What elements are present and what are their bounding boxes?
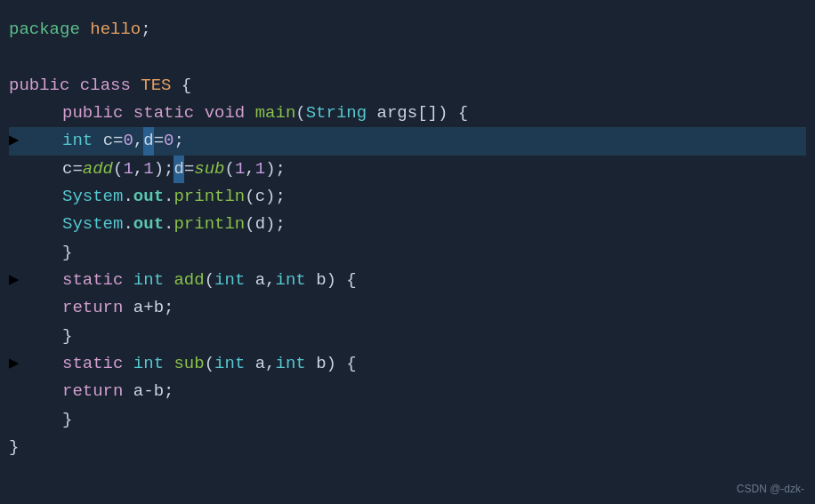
code-line-3: public class TES { xyxy=(9,72,806,100)
code-line-2 xyxy=(9,44,806,71)
code-line-15: } xyxy=(9,406,806,434)
code-line-5: ▶ int c = 0 , d = 0 ; xyxy=(9,127,806,155)
class-name: TES xyxy=(141,72,171,100)
watermark: CSDN @-dzk- xyxy=(737,483,804,495)
method-main: main xyxy=(255,100,296,127)
code-editor: package hello ; public class TES { publi… xyxy=(0,0,815,504)
code-line-10: ▶ static int add ( int a , int b ) { xyxy=(9,267,806,294)
code-line-13: ▶ static int sub ( int a , int b ) { xyxy=(9,350,806,378)
code-line-6: c = add ( 1 , 1 ); d = sub ( 1 , 1 ); xyxy=(9,156,806,183)
code-line-7: System . out . println ( c ); xyxy=(9,183,806,211)
code-line-8: System . out . println ( d ); xyxy=(9,211,806,238)
code-line-16: } xyxy=(9,434,806,461)
package-name: hello xyxy=(90,16,141,44)
code-line-11: return a + b ; xyxy=(9,294,806,322)
code-line-14: return a - b ; xyxy=(9,378,806,405)
keyword-package: package xyxy=(9,16,80,44)
highlighted-d2: d xyxy=(173,156,183,183)
code-line-12: } xyxy=(9,323,806,350)
highlighted-d1: d xyxy=(143,127,153,155)
code-line-4: public static void main ( String args []… xyxy=(9,100,806,127)
code-line-9: } xyxy=(9,239,806,267)
code-line-1: package hello ; xyxy=(9,16,806,44)
